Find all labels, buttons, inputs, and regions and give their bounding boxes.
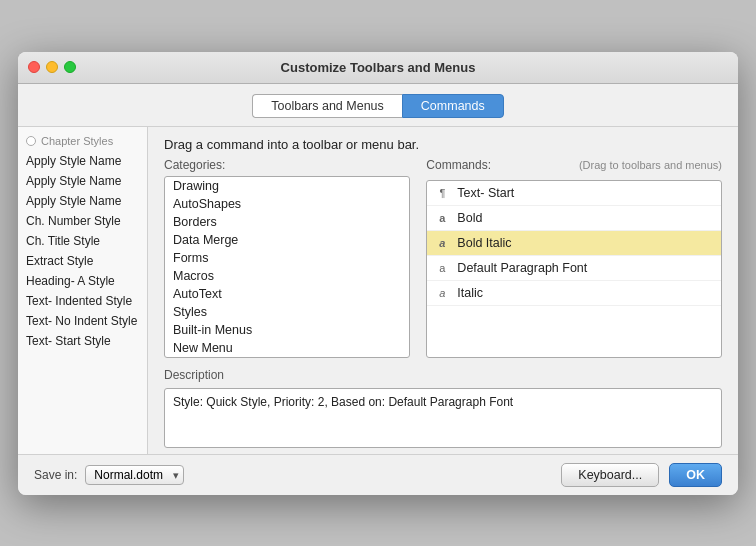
description-label: Description	[164, 366, 722, 384]
commands-column: Commands: (Drag to toolbars and menus) ¶…	[426, 158, 722, 358]
italic-icon: a	[435, 287, 449, 299]
list-item[interactable]: Apply Style Name	[18, 191, 147, 211]
tab-toolbars-menus[interactable]: Toolbars and Menus	[252, 94, 402, 118]
list-item[interactable]: Ch. Number Style	[18, 211, 147, 231]
categories-label: Categories:	[164, 158, 410, 172]
sidebar: Chapter Styles Apply Style Name Apply St…	[18, 127, 148, 454]
commands-header-row: Commands: (Drag to toolbars and menus)	[426, 158, 722, 176]
description-section: Description Style: Quick Style, Priority…	[148, 358, 738, 454]
drag-instruction: Drag a command into a toolbar or menu ba…	[148, 127, 738, 158]
list-item[interactable]: Styles	[165, 303, 409, 321]
footer: Save in: Normal.dotm Keyboard... OK	[18, 454, 738, 495]
list-item[interactable]: AutoText	[165, 285, 409, 303]
titlebar: Customize Toolbars and Menus	[18, 52, 738, 84]
list-item[interactable]: Data Merge	[165, 231, 409, 249]
ok-button[interactable]: OK	[669, 463, 722, 487]
save-in-label: Save in:	[34, 468, 77, 482]
save-in-select[interactable]: Normal.dotm	[85, 465, 184, 485]
categories-column: Categories: Drawing AutoShapes Borders D…	[164, 158, 410, 358]
command-label: Bold	[457, 211, 482, 225]
columns: Categories: Drawing AutoShapes Borders D…	[148, 158, 738, 358]
main-window: Customize Toolbars and Menus Toolbars an…	[18, 52, 738, 495]
tab-commands[interactable]: Commands	[402, 94, 504, 118]
close-button[interactable]	[28, 61, 40, 73]
toolbar-tabs: Toolbars and Menus Commands	[18, 84, 738, 127]
command-item-bold[interactable]: a Bold	[427, 206, 721, 231]
list-item[interactable]: Borders	[165, 213, 409, 231]
list-item[interactable]: Built-in Menus	[165, 321, 409, 339]
sidebar-header: Chapter Styles	[18, 129, 147, 151]
list-item[interactable]: Forms	[165, 249, 409, 267]
maximize-button[interactable]	[64, 61, 76, 73]
save-select-wrapper[interactable]: Normal.dotm	[85, 465, 184, 485]
list-item[interactable]: Macros	[165, 267, 409, 285]
command-label: Default Paragraph Font	[457, 261, 587, 275]
list-item[interactable]: Text- No Indent Style	[18, 311, 147, 331]
list-item[interactable]: New Menu	[165, 339, 409, 357]
sidebar-radio	[26, 136, 36, 146]
list-item[interactable]: Heading- A Style	[18, 271, 147, 291]
command-item-text-start[interactable]: ¶ Text- Start	[427, 181, 721, 206]
content-area: Chapter Styles Apply Style Name Apply St…	[18, 127, 738, 454]
list-item[interactable]: Apply Style Name	[18, 171, 147, 191]
bold-italic-icon: a	[435, 237, 449, 249]
command-label: Text- Start	[457, 186, 514, 200]
window-controls	[28, 61, 76, 73]
command-label: Bold Italic	[457, 236, 511, 250]
commands-label: Commands:	[426, 158, 491, 172]
list-item[interactable]: Ch. Title Style	[18, 231, 147, 251]
all-content: Toolbars and Menus Commands Chapter Styl…	[18, 84, 738, 495]
list-item[interactable]: Text- Indented Style	[18, 291, 147, 311]
keyboard-button[interactable]: Keyboard...	[561, 463, 659, 487]
list-item[interactable]: AutoShapes	[165, 195, 409, 213]
list-item[interactable]: Drawing	[165, 177, 409, 195]
footer-buttons: Keyboard... OK	[561, 463, 722, 487]
default-para-icon: a	[435, 262, 449, 274]
bold-icon: a	[435, 212, 449, 224]
window-title: Customize Toolbars and Menus	[281, 60, 476, 75]
command-item-italic[interactable]: a Italic	[427, 281, 721, 306]
description-text: Style: Quick Style, Priority: 2, Based o…	[173, 395, 513, 409]
minimize-button[interactable]	[46, 61, 58, 73]
paragraph-icon: ¶	[435, 187, 449, 199]
main-panel: Drag a command into a toolbar or menu ba…	[148, 127, 738, 454]
commands-list[interactable]: ¶ Text- Start a Bold a Bold Italic	[426, 180, 722, 358]
list-item[interactable]: Apply Style Name	[18, 151, 147, 171]
list-item[interactable]: Text- Start Style	[18, 331, 147, 351]
description-box: Style: Quick Style, Priority: 2, Based o…	[164, 388, 722, 448]
command-item-bold-italic[interactable]: a Bold Italic	[427, 231, 721, 256]
list-item[interactable]: Extract Style	[18, 251, 147, 271]
save-in-area: Save in: Normal.dotm	[34, 465, 184, 485]
sidebar-title: Chapter Styles	[41, 135, 113, 147]
categories-list[interactable]: Drawing AutoShapes Borders Data Merge Fo…	[164, 176, 410, 358]
command-item-default-para[interactable]: a Default Paragraph Font	[427, 256, 721, 281]
commands-drag-hint: (Drag to toolbars and menus)	[579, 159, 722, 171]
command-label: Italic	[457, 286, 483, 300]
